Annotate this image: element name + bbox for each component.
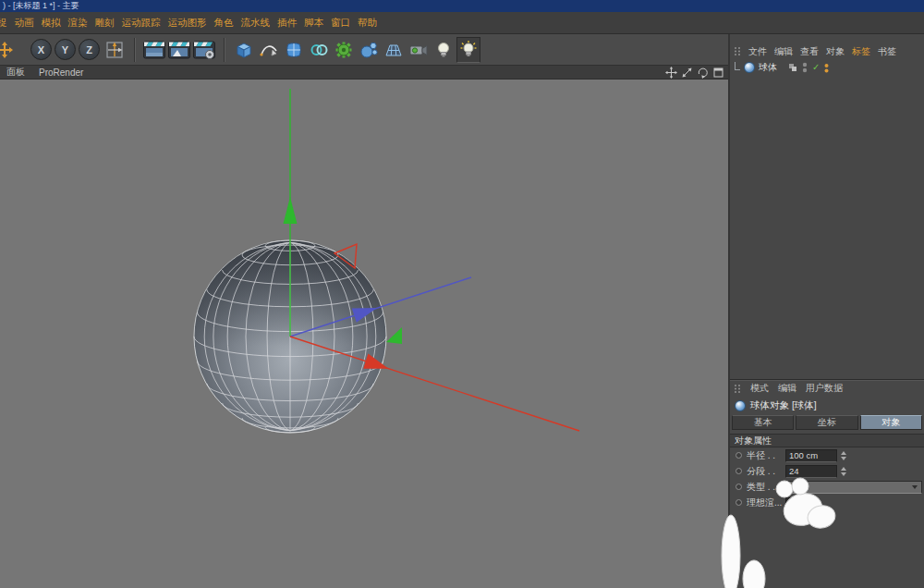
render-view-button[interactable] bbox=[142, 37, 166, 63]
property-row-type: 类型 . . 标准 bbox=[730, 479, 924, 495]
object-list-item-sphere[interactable]: 球体 ✓ bbox=[730, 60, 924, 75]
axis-z-label: Z bbox=[86, 44, 92, 55]
menu-item-motion-tracker[interactable]: 运动跟踪 bbox=[122, 17, 161, 30]
property-row-radius: 半径 . . 100 cm bbox=[730, 447, 924, 463]
dolly-icon bbox=[681, 67, 693, 79]
object-properties-group-header[interactable]: 对象属性 bbox=[730, 434, 924, 447]
axis-lock-y-button[interactable]: Y bbox=[55, 39, 76, 60]
property-label: 类型 . . bbox=[747, 481, 785, 494]
sphere-object-icon bbox=[744, 62, 755, 73]
spline-primitives-button[interactable] bbox=[307, 37, 331, 63]
object-name[interactable]: 球体 bbox=[759, 61, 777, 74]
generator-button[interactable] bbox=[357, 37, 381, 63]
segments-stepper[interactable] bbox=[839, 467, 847, 476]
gear-icon bbox=[334, 40, 354, 60]
am-tab-mode[interactable]: 模式 bbox=[750, 382, 769, 395]
keyframe-dot[interactable] bbox=[736, 468, 742, 474]
type-dropdown[interactable]: 标准 bbox=[785, 481, 922, 494]
coordinate-system-icon bbox=[103, 39, 126, 61]
render-perfect-checkbox[interactable] bbox=[785, 497, 796, 508]
menu-item-pipeline[interactable]: 流水线 bbox=[241, 17, 271, 30]
attribute-object-title: 球体对象 [球体] bbox=[730, 397, 924, 414]
render-picture-viewer-icon bbox=[167, 39, 191, 61]
menu-item-script[interactable]: 脚本 bbox=[304, 17, 323, 30]
om-tab-view[interactable]: 查看 bbox=[800, 45, 819, 58]
object-toggles: ✓ bbox=[788, 62, 829, 73]
property-label: 分段 . . bbox=[747, 465, 785, 478]
menu-item-sculpt[interactable]: 雕刻 bbox=[95, 17, 115, 30]
right-panel: 文件 编辑 查看 对象 标签 书签 球体 ✓ bbox=[730, 34, 924, 588]
axis-y-label: Y bbox=[62, 44, 68, 55]
tag-dots-icon[interactable] bbox=[824, 63, 829, 73]
menu-item-render[interactable]: 渲染 bbox=[68, 17, 88, 30]
pen-icon bbox=[259, 40, 279, 60]
am-tab-edit[interactable]: 编辑 bbox=[778, 382, 796, 395]
plane-button[interactable] bbox=[382, 37, 406, 63]
render-settings-button[interactable] bbox=[192, 37, 216, 63]
application-window: ) - [未标题 1 *] - 主要 捉 动画 模拟 渲染 雕刻 运动跟踪 运动… bbox=[0, 0, 924, 588]
radius-stepper[interactable] bbox=[839, 451, 847, 460]
menu-item-animation[interactable]: 动画 bbox=[15, 17, 34, 30]
om-tab-tags[interactable]: 标签 bbox=[852, 45, 870, 58]
coordinate-system-button[interactable] bbox=[103, 37, 127, 63]
property-label: 半径 . . bbox=[747, 449, 785, 462]
visibility-dots-icon[interactable] bbox=[802, 62, 808, 73]
spline-rings-icon bbox=[309, 40, 329, 60]
axis-x-label: X bbox=[38, 44, 44, 55]
camera-icon bbox=[408, 40, 429, 60]
attribute-title-text: 球体对象 [球体] bbox=[750, 399, 817, 412]
om-tab-edit[interactable]: 编辑 bbox=[774, 45, 793, 58]
om-tab-bookmarks[interactable]: 书签 bbox=[878, 45, 896, 58]
sphere-cluster-icon bbox=[359, 40, 379, 60]
keyframe-dot[interactable] bbox=[736, 499, 742, 506]
menu-item-window[interactable]: 窗口 bbox=[331, 17, 350, 30]
am-tab-userdata[interactable]: 用户数据 bbox=[806, 382, 843, 395]
attribute-section-tabs: 基本 坐标 对象 bbox=[730, 414, 924, 431]
light-bulb-icon bbox=[433, 40, 454, 60]
light-button[interactable] bbox=[432, 37, 456, 63]
menu-item-mograph[interactable]: 运动图形 bbox=[168, 17, 207, 30]
menu-item-plugins[interactable]: 插件 bbox=[277, 17, 297, 30]
section-tab-basic[interactable]: 基本 bbox=[732, 415, 794, 430]
viewport-3d[interactable]: 网格间距 : 100 cm bbox=[0, 80, 728, 588]
axis-lock-x-button[interactable]: X bbox=[30, 39, 52, 60]
camera-button[interactable] bbox=[407, 37, 431, 63]
viewport-panel-menu[interactable]: 面板 bbox=[6, 66, 25, 79]
menu-item-character[interactable]: 角色 bbox=[214, 17, 234, 30]
layer-icon[interactable] bbox=[788, 63, 797, 72]
axis-lock-z-button[interactable]: Z bbox=[79, 39, 100, 60]
viewport-header: 面板 ProRender bbox=[0, 66, 728, 80]
light-alt-button[interactable] bbox=[456, 37, 480, 63]
subdivision-surface-button[interactable] bbox=[282, 37, 306, 63]
menu-item-help[interactable]: 帮助 bbox=[358, 17, 377, 30]
move-tool-button[interactable] bbox=[0, 37, 17, 63]
maximize-icon bbox=[712, 67, 724, 79]
object-enabled-check-icon[interactable]: ✓ bbox=[812, 63, 820, 72]
keyframe-dot[interactable] bbox=[736, 484, 742, 490]
pen-tool-button[interactable] bbox=[257, 37, 281, 63]
keyframe-dot[interactable] bbox=[736, 452, 742, 459]
om-tab-object[interactable]: 对象 bbox=[826, 45, 845, 58]
om-tab-file[interactable]: 文件 bbox=[748, 45, 767, 58]
viewport-pan-button[interactable] bbox=[665, 67, 677, 79]
chevron-down-icon bbox=[912, 485, 918, 489]
radius-input[interactable]: 100 cm bbox=[785, 449, 837, 462]
toolbar: X Y Z bbox=[0, 34, 730, 66]
viewport-dolly-button[interactable] bbox=[681, 67, 693, 79]
render-view-icon bbox=[142, 39, 166, 61]
axis-y-arrow-handle[interactable] bbox=[284, 197, 298, 224]
menu-item-simulate[interactable]: 模拟 bbox=[42, 17, 61, 30]
section-tab-object[interactable]: 对象 bbox=[860, 415, 922, 430]
subdivision-surface-icon bbox=[284, 40, 304, 60]
object-manager-menu: 文件 编辑 查看 对象 标签 书签 bbox=[730, 45, 924, 57]
add-cube-button[interactable] bbox=[232, 37, 256, 63]
viewport-maximize-button[interactable] bbox=[712, 67, 724, 79]
viewport-prorender-menu[interactable]: ProRender bbox=[39, 67, 83, 78]
deformer-button[interactable] bbox=[332, 37, 356, 63]
viewport-rotate-button[interactable] bbox=[697, 67, 709, 79]
segments-input[interactable]: 24 bbox=[785, 465, 837, 478]
plane-handle-yz[interactable] bbox=[386, 327, 402, 344]
menu-item[interactable]: 捉 bbox=[0, 17, 7, 30]
section-tab-coordinates[interactable]: 坐标 bbox=[796, 415, 857, 430]
render-picture-viewer-button[interactable] bbox=[167, 37, 191, 63]
